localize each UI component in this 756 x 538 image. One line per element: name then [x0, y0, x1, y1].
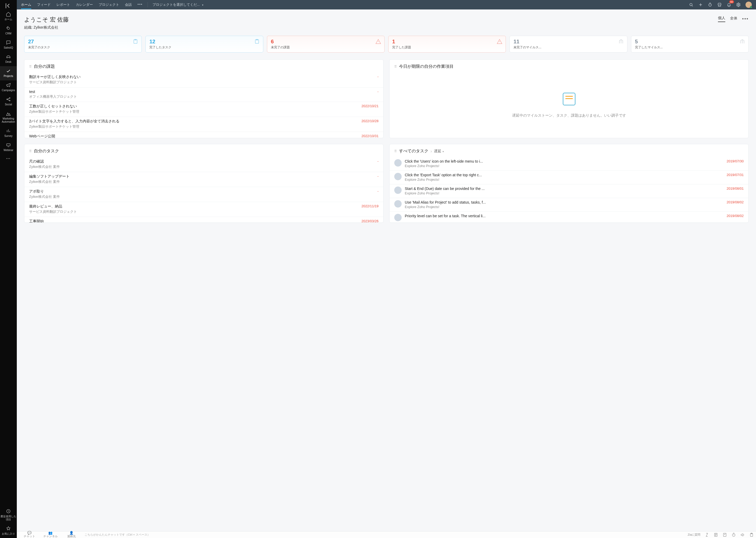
social-icon: [6, 97, 11, 102]
segment-personal[interactable]: 個人: [718, 16, 725, 22]
list-item[interactable]: アポ取りZylker株式会社 案件-: [24, 187, 383, 202]
sidebar-item-desk[interactable]: Desk: [0, 52, 17, 66]
webinar-icon: [6, 142, 11, 148]
drag-handle-icon[interactable]: ⠿: [394, 149, 397, 153]
empty-state-icon: [563, 93, 575, 105]
tab-calendar[interactable]: カレンダー: [76, 0, 93, 9]
list-item[interactable]: 工事開始2023/03/26: [24, 217, 383, 223]
card-label: 未完了のマイルス...: [513, 45, 623, 50]
bottom-tab-contacts[interactable]: 👤連絡先: [61, 531, 82, 538]
add-icon[interactable]: [698, 2, 703, 7]
summary-card[interactable]: 27未完了のタスク: [24, 36, 142, 53]
list-item[interactable]: 工数が正しくセットされないZylker製品サポートチケット管理2022/10/2…: [24, 102, 383, 117]
summary-card[interactable]: 12完了したタスク: [145, 36, 263, 53]
drag-handle-icon[interactable]: ⠿: [29, 149, 32, 153]
list-item[interactable]: Click the 'Export Task' option at the to…: [390, 171, 748, 184]
drag-handle-icon[interactable]: ⠿: [394, 65, 397, 69]
summary-card[interactable]: 6未完了の課題: [267, 36, 385, 53]
list-item[interactable]: Use 'Mail Alias for Project' to add stat…: [390, 198, 748, 211]
item-title: Click the 'Users' icon on the left-side …: [405, 159, 724, 163]
zia-link[interactable]: Ziaに質問: [688, 533, 700, 537]
summary-card[interactable]: 11未完了のマイルス...: [509, 36, 627, 53]
segment-all[interactable]: 全体: [730, 16, 737, 22]
sidebar-item-social[interactable]: Social: [0, 94, 17, 109]
project-select-dropdown[interactable]: プロジェクトを選択してくだ... ▾: [153, 2, 204, 7]
sidebar-item-webinar[interactable]: Webinar: [0, 140, 17, 154]
sidebar-item-campaigns[interactable]: Campaigns: [0, 81, 17, 94]
quick-chat-input[interactable]: こちらがかんたんチャットです（Ctrl + スペース）: [82, 533, 688, 537]
list-item[interactable]: 2バイト文字を入力すると、入力内容が全て消去されるZylker製品サポートチケッ…: [24, 117, 383, 132]
reminder-icon[interactable]: [731, 532, 736, 537]
item-date: 2019/08/02: [727, 214, 744, 218]
tab-projects[interactable]: プロジェクト: [99, 0, 119, 9]
sidebar-item-projects[interactable]: Projects: [0, 66, 17, 81]
item-date: 2019/08/02: [727, 200, 744, 204]
sidebar-favorites[interactable]: お気に入り: [0, 524, 17, 538]
item-date: 2023/03/26: [361, 219, 379, 223]
svg-point-2: [9, 100, 10, 101]
item-date: 2022/10/31: [361, 134, 379, 138]
widget-title[interactable]: すべてのタスク: [399, 148, 428, 154]
welcome-more-icon[interactable]: •••: [742, 16, 749, 22]
bottom-tab-chat[interactable]: 💬チャット: [19, 531, 40, 538]
bottom-tab-channel[interactable]: 👥チャンネル: [40, 531, 61, 538]
filter-dropdown[interactable]: 遅延 ▾: [434, 149, 444, 154]
item-title: 尺の確認: [29, 159, 374, 164]
channel-icon: 👥: [48, 531, 53, 534]
presence-dot: [750, 6, 752, 8]
list-item[interactable]: Click the 'Users' icon on the left-side …: [390, 157, 748, 171]
tab-conversations[interactable]: 会話: [125, 0, 132, 9]
zia-icon[interactable]: [705, 532, 709, 537]
home-icon: [6, 12, 11, 17]
tab-reports[interactable]: レポート: [57, 0, 70, 9]
settings-icon[interactable]: [736, 2, 741, 7]
sidebar-recent[interactable]: 最近使用した項目: [0, 507, 17, 524]
svg-point-0: [7, 99, 7, 100]
sidebar-more-icon[interactable]: •••: [0, 154, 17, 163]
tab-home[interactable]: ホーム: [21, 0, 31, 9]
sidebar-collapse-icon[interactable]: [0, 2, 17, 10]
crm-icon: [6, 26, 11, 31]
item-date: 2022/11/19: [361, 204, 379, 208]
item-subtitle: Zylker株式会社 案件: [29, 194, 374, 199]
item-subtitle: オフィス機器導入プロジェクト: [29, 94, 374, 99]
checklist-icon[interactable]: [722, 532, 727, 537]
sidebar-item-home[interactable]: ホーム: [0, 10, 17, 24]
widget-title: 自分の課題: [34, 64, 55, 69]
summary-card[interactable]: 5完了したマイルス...: [631, 36, 749, 53]
card-icon: [496, 39, 502, 45]
sidebar-item-salesiq[interactable]: SalesIQ: [0, 38, 17, 52]
list-item[interactable]: 最終レビュー、納品サービス資料翻訳プロジェクト2022/11/19: [24, 202, 383, 217]
drag-handle-icon[interactable]: ⠿: [29, 65, 32, 69]
clipboard-icon[interactable]: [749, 532, 754, 537]
item-subtitle: Zylker株式会社 案件: [29, 164, 374, 169]
list-item[interactable]: testオフィス機器導入プロジェクト-: [24, 87, 383, 102]
card-icon: [739, 39, 745, 45]
list-item[interactable]: Priority level can be set for a task. Th…: [390, 211, 748, 223]
notes-icon[interactable]: [714, 532, 718, 537]
notification-badge: 50: [729, 0, 734, 3]
widget-due-today: ⠿今日が期限の自分の作業項目 遅延中のマイルストーン、タスク、課題はありません。…: [389, 59, 749, 138]
card-icon: [618, 39, 624, 45]
sidebar-item-label: Desk: [6, 60, 12, 64]
list-item[interactable]: 尺の確認Zylker株式会社 案件-: [24, 157, 383, 172]
tab-more-icon[interactable]: •••: [138, 0, 143, 9]
list-item[interactable]: Webページ公開2022/10/31: [24, 132, 383, 138]
item-date: -: [377, 89, 379, 93]
announce-icon[interactable]: [740, 532, 745, 537]
sidebar-item-survey[interactable]: Survey: [0, 126, 17, 140]
search-icon[interactable]: [689, 2, 693, 7]
timer-icon[interactable]: [708, 2, 712, 7]
list-item[interactable]: 翻訳キーが正しく反映されないサービス資料翻訳プロジェクト-: [24, 73, 383, 87]
user-avatar[interactable]: [745, 2, 752, 8]
list-item[interactable]: Start & End (Due) date can be provided f…: [390, 184, 748, 198]
sidebar-item-crm[interactable]: CRM: [0, 24, 17, 38]
notifications-icon[interactable]: 50: [727, 2, 731, 7]
list-item[interactable]: 編集ソフトアップデートZylker株式会社 案件-: [24, 172, 383, 187]
sidebar-item-marketing-automation[interactable]: Marketing Automation: [0, 109, 17, 126]
sidebar-item-label: Marketing Automation: [0, 117, 17, 124]
tab-feed[interactable]: フィード: [37, 0, 51, 9]
marketplace-icon[interactable]: [717, 2, 722, 7]
sidebar-item-label: Campaigns: [2, 89, 15, 92]
summary-card[interactable]: 1完了した課題: [388, 36, 506, 53]
